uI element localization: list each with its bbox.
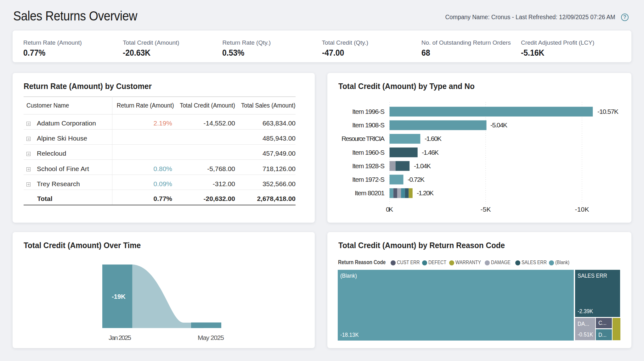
svg-text:Item 80201: Item 80201 — [355, 189, 385, 197]
svg-text:-1.04K: -1.04K — [414, 162, 431, 169]
svg-text:-19K: -19K — [112, 293, 126, 300]
svg-text:-5.04K: -5.04K — [490, 121, 507, 129]
svg-text:-1.60K: -1.60K — [425, 135, 442, 142]
svg-text:May 2025: May 2025 — [198, 334, 224, 341]
svg-text:-5K: -5K — [481, 206, 491, 213]
svg-text:-10K: -10K — [575, 206, 589, 213]
svg-text:Item 1908-S: Item 1908-S — [352, 121, 385, 129]
svg-text:-0.72K: -0.72K — [408, 176, 425, 183]
svg-text:-10.57K: -10.57K — [597, 108, 619, 115]
svg-text:Jan 2025: Jan 2025 — [109, 334, 131, 341]
svg-text:Item 1928-S: Item 1928-S — [352, 162, 385, 169]
svg-text:-1.46K: -1.46K — [422, 149, 439, 156]
svg-text:Item 1972-S: Item 1972-S — [352, 176, 385, 183]
svg-text:Item 1996-S: Item 1996-S — [352, 108, 385, 115]
svg-text:0K: 0K — [386, 206, 393, 213]
svg-text:Resource TRICIA: Resource TRICIA — [342, 135, 385, 142]
svg-text:-1.20K: -1.20K — [417, 189, 434, 197]
svg-text:Item 1960-S: Item 1960-S — [352, 149, 385, 156]
